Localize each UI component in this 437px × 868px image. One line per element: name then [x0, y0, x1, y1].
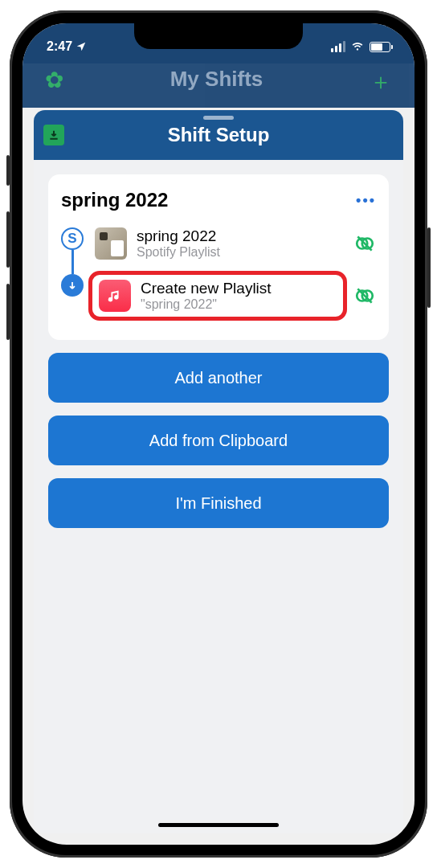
- status-time: 2:47: [47, 39, 72, 54]
- source-item-title: spring 2022: [137, 227, 341, 245]
- background-title: My Shifts: [170, 67, 263, 92]
- destination-playlist-row[interactable]: Create new Playlist "spring 2022": [88, 271, 376, 321]
- source-badge-icon: S: [61, 227, 84, 250]
- wifi-icon: [350, 41, 365, 52]
- location-icon: [76, 41, 87, 52]
- screen: 2:47 ✿ My Shifts ＋ Shift Setup: [22, 23, 415, 845]
- more-options-button[interactable]: •••: [356, 192, 376, 209]
- modal-title: Shift Setup: [168, 124, 270, 146]
- card-title: spring 2022: [61, 189, 168, 211]
- add-another-label: Add another: [175, 369, 263, 387]
- match-icon[interactable]: [353, 232, 376, 255]
- power-button: [427, 227, 431, 308]
- add-clipboard-label: Add from Clipboard: [149, 432, 288, 450]
- cellular-icon: [331, 41, 345, 52]
- background-nav-bar: ✿ My Shifts ＋: [22, 63, 415, 108]
- im-finished-button[interactable]: I'm Finished: [48, 478, 389, 528]
- download-icon[interactable]: [43, 125, 64, 145]
- add-another-button[interactable]: Add another: [48, 353, 389, 403]
- home-indicator[interactable]: [158, 823, 279, 827]
- shift-card: spring 2022 ••• S: [48, 174, 389, 340]
- shift-setup-modal: Shift Setup spring 2022 ••• S: [34, 110, 403, 833]
- add-from-clipboard-button[interactable]: Add from Clipboard: [48, 416, 389, 465]
- settings-gear-icon: ✿: [45, 67, 63, 93]
- dest-item-title: Create new Playlist: [141, 280, 337, 297]
- dest-item-subtitle: "spring 2022": [141, 297, 337, 312]
- apple-music-icon: [99, 280, 131, 312]
- highlighted-destination: Create new Playlist "spring 2022": [88, 271, 347, 321]
- destination-badge-icon: [61, 274, 84, 297]
- phone-frame: 2:47 ✿ My Shifts ＋ Shift Setup: [10, 10, 427, 858]
- flow-rail: S: [61, 223, 84, 327]
- modal-header: Shift Setup: [34, 110, 403, 160]
- notch: [134, 23, 303, 49]
- mute-switch: [6, 155, 10, 186]
- source-item-subtitle: Spotify Playlist: [137, 245, 341, 260]
- volume-down-button: [6, 284, 10, 340]
- drag-handle[interactable]: [203, 116, 234, 120]
- add-plus-icon: ＋: [370, 67, 392, 97]
- volume-up-button: [6, 211, 10, 268]
- source-playlist-row[interactable]: spring 2022 Spotify Playlist: [88, 223, 376, 264]
- battery-icon: [370, 42, 390, 52]
- finished-label: I'm Finished: [175, 494, 261, 513]
- playlist-thumbnail: [95, 227, 127, 260]
- match-icon[interactable]: [353, 285, 376, 307]
